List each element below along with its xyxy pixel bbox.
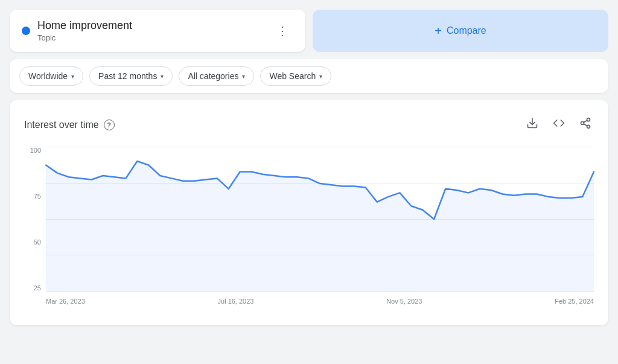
chart-area: 25 50 75 100 Mar 26, 2023 Jul 16, 2023 N… — [24, 147, 594, 316]
x-label-nov: Nov 5, 2023 — [386, 298, 422, 305]
chart-title: Interest over time — [24, 120, 99, 130]
filter-time[interactable]: Past 12 months ▾ — [89, 66, 173, 86]
y-label-75: 75 — [24, 193, 46, 200]
filter-time-label: Past 12 months — [98, 71, 157, 81]
y-label-25: 25 — [24, 284, 46, 292]
filters-row: Worldwide ▾ Past 12 months ▾ All categor… — [10, 59, 608, 93]
filter-search-type[interactable]: Web Search ▾ — [260, 66, 331, 86]
topic-card: Home improvement Topic ⋮ — [10, 10, 305, 52]
filter-category[interactable]: All categories ▾ — [179, 66, 254, 86]
x-label-feb: Feb 25, 2024 — [555, 298, 594, 305]
y-label-100: 100 — [24, 147, 46, 154]
filter-region-chevron: ▾ — [71, 73, 74, 80]
trend-line-svg — [46, 147, 594, 292]
chart-header: Interest over time ? — [24, 115, 594, 135]
svg-line-4 — [584, 124, 587, 126]
y-label-50: 50 — [24, 238, 46, 246]
chart-inner — [46, 147, 594, 292]
filter-category-label: All categories — [188, 71, 238, 81]
embed-button[interactable] — [550, 115, 567, 135]
help-icon[interactable]: ? — [104, 120, 115, 130]
topic-title: Home improvement — [37, 19, 132, 32]
x-label-mar: Mar 26, 2023 — [46, 298, 85, 305]
chart-title-group: Interest over time ? — [24, 120, 115, 130]
filter-search-type-label: Web Search — [269, 71, 316, 81]
svg-line-5 — [584, 120, 587, 122]
x-axis: Mar 26, 2023 Jul 16, 2023 Nov 5, 2023 Fe… — [46, 294, 594, 316]
download-button[interactable] — [524, 115, 541, 135]
compare-plus-icon: + — [435, 24, 442, 38]
chart-card: Interest over time ? — [10, 100, 608, 325]
topic-text: Home improvement Topic — [37, 19, 132, 42]
topic-menu-button[interactable]: ⋮ — [272, 22, 293, 39]
share-button[interactable] — [577, 115, 594, 135]
chart-actions — [524, 115, 594, 135]
compare-label: Compare — [447, 25, 486, 36]
filter-region[interactable]: Worldwide ▾ — [19, 66, 83, 86]
x-label-jul: Jul 16, 2023 — [218, 298, 254, 305]
topic-subtitle: Topic — [37, 33, 132, 42]
filter-time-chevron: ▾ — [161, 73, 164, 80]
y-axis-labels: 25 50 75 100 — [24, 147, 46, 292]
topic-left: Home improvement Topic — [22, 19, 132, 42]
filter-search-type-chevron: ▾ — [319, 73, 322, 80]
topic-dot — [22, 27, 30, 35]
filter-region-label: Worldwide — [28, 71, 68, 81]
compare-card[interactable]: + Compare — [313, 10, 608, 52]
filter-category-chevron: ▾ — [242, 73, 245, 80]
